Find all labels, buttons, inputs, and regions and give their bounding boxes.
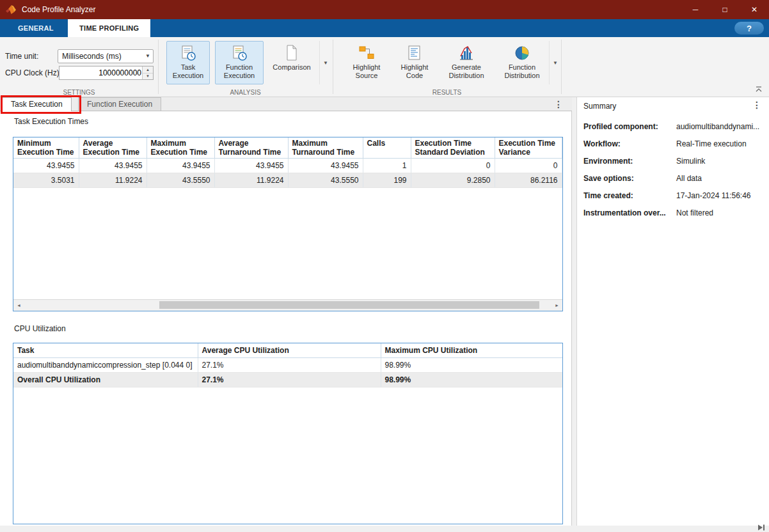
scroll-right-button[interactable]: ►: [551, 300, 562, 310]
tab-time-profiling[interactable]: TIME PROFILING: [68, 19, 150, 37]
ribbon-tab-strip: GENERAL TIME PROFILING ?: [0, 19, 769, 37]
column-header[interactable]: Average Execution Time: [79, 137, 147, 159]
table-row[interactable]: audiomultibanddynamiccompression_step [0…: [13, 358, 562, 373]
function-execution-icon: [231, 45, 248, 61]
column-header[interactable]: Average CPU Utilization: [198, 343, 381, 358]
comparison-button[interactable]: Comparison: [267, 41, 316, 84]
table-cell[interactable]: 43.5550: [288, 173, 363, 188]
table-cell[interactable]: 43.9455: [79, 159, 147, 173]
task-execution-button-label: Task Execution: [167, 63, 209, 79]
table-cell[interactable]: 199: [363, 173, 411, 188]
settings-section-label: SETTINGS: [0, 89, 158, 96]
results-dropdown-button[interactable]: ▼: [549, 41, 561, 84]
comparison-icon: [283, 45, 300, 61]
function-distribution-icon: [514, 45, 530, 61]
tab-general[interactable]: GENERAL: [6, 19, 65, 37]
table-cell[interactable]: 11.9224: [79, 173, 147, 188]
highlight-source-button[interactable]: Highlight Source: [344, 41, 389, 84]
column-header[interactable]: Maximum CPU Utilization: [381, 343, 562, 358]
function-distribution-button[interactable]: Function Distribution: [496, 41, 548, 84]
summary-field-label: Save options:: [583, 174, 674, 183]
table-cell[interactable]: 27.1%: [198, 373, 381, 387]
table-cell[interactable]: 43.5550: [147, 173, 214, 188]
summary-field-label: Profiled component:: [583, 122, 674, 131]
task-execution-times-table-container: Minimum Execution TimeAverage Execution …: [13, 137, 563, 311]
close-button[interactable]: ✕: [740, 0, 769, 19]
cpu-utilization-table: TaskAverage CPU UtilizationMaximum CPU U…: [13, 343, 563, 387]
summary-field-label: Workflow:: [583, 139, 674, 148]
spin-up-button[interactable]: ▲: [143, 66, 153, 74]
table-cell[interactable]: 98.99%: [381, 373, 562, 387]
spin-up-icon: ▲: [146, 68, 150, 72]
summary-field-value: Simulink: [676, 157, 705, 166]
table-row[interactable]: 43.945543.945543.945543.945543.9455100: [13, 159, 562, 173]
summary-field-value: 17-Jan-2024 11:56:46: [676, 191, 751, 200]
highlight-code-button-label: Highlight Code: [393, 63, 436, 79]
table-cell[interactable]: 11.9224: [214, 173, 288, 188]
table-cell[interactable]: 0: [495, 159, 562, 173]
maximize-button[interactable]: □: [710, 0, 740, 19]
expand-panel-icon[interactable]: [757, 524, 765, 531]
column-header[interactable]: Execution Time Variance: [495, 137, 562, 159]
table-cell[interactable]: audiomultibanddynamiccompression_step [0…: [13, 358, 198, 373]
table-cell[interactable]: 43.9455: [288, 159, 363, 173]
highlight-source-icon: [358, 45, 375, 61]
column-header[interactable]: Average Turnaround Time: [214, 137, 288, 159]
summary-menu-icon[interactable]: ⋮: [752, 100, 761, 110]
column-header[interactable]: Minimum Execution Time: [13, 137, 79, 159]
code-profile-analyzer-window: Code Profile Analyzer ─ □ ✕ GENERAL TIME…: [0, 0, 769, 532]
summary-field-value: audiomultibanddynami...: [676, 122, 759, 131]
summary-title: Summary: [583, 100, 616, 113]
minimize-button[interactable]: ─: [681, 0, 710, 19]
title-bar: Code Profile Analyzer ─ □ ✕: [0, 0, 769, 19]
table-cell[interactable]: 0: [411, 159, 495, 173]
column-header[interactable]: Task: [13, 343, 198, 358]
summary-field-label: Time created:: [583, 191, 674, 200]
table-row[interactable]: Overall CPU Utilization27.1%98.99%: [13, 373, 562, 387]
table-cell[interactable]: 9.2850: [411, 173, 495, 188]
table-cell[interactable]: 43.9455: [147, 159, 214, 173]
generate-distribution-button[interactable]: Generate Distribution: [440, 41, 493, 84]
summary-row: Save options: All data: [577, 171, 769, 188]
horizontal-scrollbar[interactable]: ◄ ►: [13, 299, 562, 311]
panel-tab-task-execution[interactable]: Task Execution: [2, 97, 72, 111]
table-cell[interactable]: 98.99%: [381, 358, 562, 373]
scrollbar-thumb[interactable]: [159, 301, 539, 309]
analysis-dropdown-button[interactable]: ▼: [319, 41, 331, 84]
spin-down-button[interactable]: ▼: [143, 74, 153, 80]
highlight-code-button[interactable]: Highlight Code: [393, 41, 436, 84]
column-header[interactable]: Maximum Execution Time: [147, 137, 214, 159]
table-cell[interactable]: 1: [363, 159, 411, 173]
help-button[interactable]: ?: [734, 22, 764, 35]
toolbar-divider: [561, 40, 562, 94]
header-row: TaskAverage CPU UtilizationMaximum CPU U…: [13, 343, 562, 358]
column-header[interactable]: Maximum Turnaround Time: [288, 137, 363, 159]
spinner-buttons: ▲ ▼: [142, 66, 153, 79]
scroll-left-button[interactable]: ◄: [13, 300, 24, 310]
table-cell[interactable]: 43.9455: [13, 159, 79, 173]
results-section-label: RESULTS: [333, 89, 561, 96]
minimize-ribbon-icon[interactable]: [755, 86, 763, 93]
highlight-code-icon: [406, 45, 423, 61]
cpu-clock-input[interactable]: [59, 66, 143, 79]
toolbar-divider: [158, 40, 159, 94]
analysis-section-label: ANALYSIS: [158, 89, 333, 96]
task-execution-button[interactable]: Task Execution: [166, 41, 210, 84]
column-header[interactable]: Calls: [363, 137, 411, 159]
table-cell[interactable]: 43.9455: [214, 159, 288, 173]
function-execution-button[interactable]: Function Execution: [215, 41, 264, 84]
scroll-right-icon: ►: [555, 303, 559, 308]
summary-field-value: Not filtered: [676, 208, 713, 217]
panel-tab-function-execution[interactable]: Function Execution: [78, 97, 161, 111]
table-cell[interactable]: 3.5031: [13, 173, 79, 188]
table-cell[interactable]: Overall CPU Utilization: [13, 373, 198, 387]
column-header[interactable]: Execution Time Standard Deviation: [411, 137, 495, 159]
cpu-clock-label: CPU Clock (Hz):: [5, 66, 61, 80]
table-cell[interactable]: 27.1%: [198, 358, 381, 373]
task-execution-view: Task Execution Times Minimum Execution T…: [0, 111, 572, 526]
time-unit-dropdown[interactable]: Milliseconds (ms) ▼: [58, 49, 154, 63]
help-icon: ?: [747, 24, 752, 33]
panel-menu-icon[interactable]: ⋮: [554, 98, 563, 110]
table-row[interactable]: 3.503111.922443.555011.922443.55501999.2…: [13, 173, 562, 188]
table-cell[interactable]: 86.2116: [495, 173, 562, 188]
